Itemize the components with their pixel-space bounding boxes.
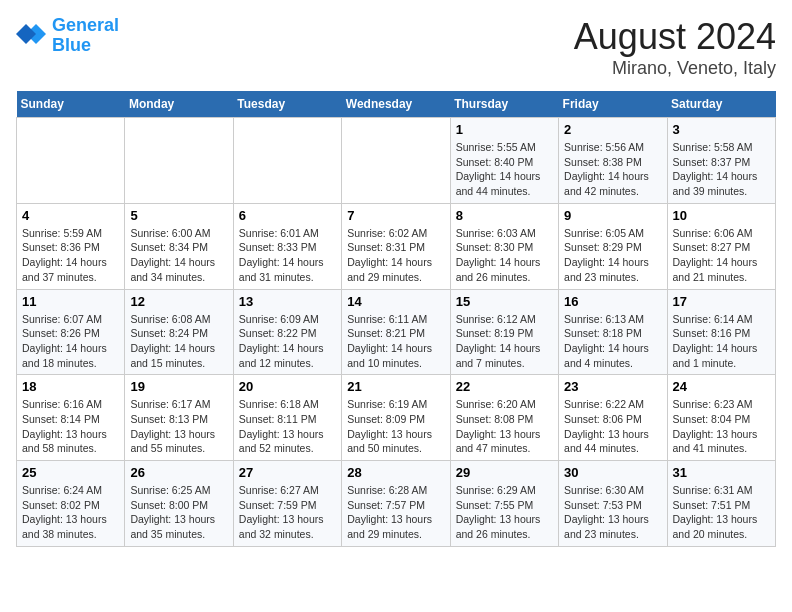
day-info: Sunrise: 5:56 AM Sunset: 8:38 PM Dayligh… <box>564 140 661 199</box>
calendar-cell <box>125 118 233 204</box>
calendar-cell: 27Sunrise: 6:27 AM Sunset: 7:59 PM Dayli… <box>233 461 341 547</box>
day-number: 5 <box>130 208 227 223</box>
weekday-header-saturday: Saturday <box>667 91 775 118</box>
calendar-cell <box>342 118 450 204</box>
day-number: 1 <box>456 122 553 137</box>
day-info: Sunrise: 6:14 AM Sunset: 8:16 PM Dayligh… <box>673 312 770 371</box>
week-row-1: 1Sunrise: 5:55 AM Sunset: 8:40 PM Daylig… <box>17 118 776 204</box>
day-info: Sunrise: 6:29 AM Sunset: 7:55 PM Dayligh… <box>456 483 553 542</box>
week-row-5: 25Sunrise: 6:24 AM Sunset: 8:02 PM Dayli… <box>17 461 776 547</box>
day-info: Sunrise: 6:11 AM Sunset: 8:21 PM Dayligh… <box>347 312 444 371</box>
calendar-cell: 23Sunrise: 6:22 AM Sunset: 8:06 PM Dayli… <box>559 375 667 461</box>
day-info: Sunrise: 6:13 AM Sunset: 8:18 PM Dayligh… <box>564 312 661 371</box>
day-info: Sunrise: 6:17 AM Sunset: 8:13 PM Dayligh… <box>130 397 227 456</box>
day-number: 19 <box>130 379 227 394</box>
day-info: Sunrise: 6:24 AM Sunset: 8:02 PM Dayligh… <box>22 483 119 542</box>
day-number: 20 <box>239 379 336 394</box>
day-number: 15 <box>456 294 553 309</box>
title-block: August 2024 Mirano, Veneto, Italy <box>574 16 776 79</box>
day-info: Sunrise: 6:30 AM Sunset: 7:53 PM Dayligh… <box>564 483 661 542</box>
day-info: Sunrise: 6:19 AM Sunset: 8:09 PM Dayligh… <box>347 397 444 456</box>
weekday-header-thursday: Thursday <box>450 91 558 118</box>
day-number: 31 <box>673 465 770 480</box>
calendar-cell: 11Sunrise: 6:07 AM Sunset: 8:26 PM Dayli… <box>17 289 125 375</box>
logo-text: General Blue <box>52 16 119 56</box>
day-info: Sunrise: 6:18 AM Sunset: 8:11 PM Dayligh… <box>239 397 336 456</box>
calendar-cell: 5Sunrise: 6:00 AM Sunset: 8:34 PM Daylig… <box>125 203 233 289</box>
day-number: 26 <box>130 465 227 480</box>
logo: General Blue <box>16 16 119 56</box>
day-number: 12 <box>130 294 227 309</box>
week-row-4: 18Sunrise: 6:16 AM Sunset: 8:14 PM Dayli… <box>17 375 776 461</box>
day-number: 8 <box>456 208 553 223</box>
day-number: 21 <box>347 379 444 394</box>
day-number: 24 <box>673 379 770 394</box>
calendar-cell: 1Sunrise: 5:55 AM Sunset: 8:40 PM Daylig… <box>450 118 558 204</box>
day-info: Sunrise: 6:00 AM Sunset: 8:34 PM Dayligh… <box>130 226 227 285</box>
calendar-body: 1Sunrise: 5:55 AM Sunset: 8:40 PM Daylig… <box>17 118 776 547</box>
day-info: Sunrise: 6:09 AM Sunset: 8:22 PM Dayligh… <box>239 312 336 371</box>
day-number: 4 <box>22 208 119 223</box>
weekday-header-friday: Friday <box>559 91 667 118</box>
weekday-header-tuesday: Tuesday <box>233 91 341 118</box>
calendar-cell: 8Sunrise: 6:03 AM Sunset: 8:30 PM Daylig… <box>450 203 558 289</box>
day-info: Sunrise: 6:28 AM Sunset: 7:57 PM Dayligh… <box>347 483 444 542</box>
calendar-cell: 13Sunrise: 6:09 AM Sunset: 8:22 PM Dayli… <box>233 289 341 375</box>
day-info: Sunrise: 6:03 AM Sunset: 8:30 PM Dayligh… <box>456 226 553 285</box>
day-info: Sunrise: 5:59 AM Sunset: 8:36 PM Dayligh… <box>22 226 119 285</box>
calendar-cell <box>233 118 341 204</box>
calendar-cell: 25Sunrise: 6:24 AM Sunset: 8:02 PM Dayli… <box>17 461 125 547</box>
day-info: Sunrise: 5:55 AM Sunset: 8:40 PM Dayligh… <box>456 140 553 199</box>
day-number: 2 <box>564 122 661 137</box>
day-number: 29 <box>456 465 553 480</box>
day-number: 18 <box>22 379 119 394</box>
calendar-cell: 28Sunrise: 6:28 AM Sunset: 7:57 PM Dayli… <box>342 461 450 547</box>
logo-line1: General <box>52 15 119 35</box>
day-info: Sunrise: 6:31 AM Sunset: 7:51 PM Dayligh… <box>673 483 770 542</box>
day-number: 28 <box>347 465 444 480</box>
calendar-cell: 6Sunrise: 6:01 AM Sunset: 8:33 PM Daylig… <box>233 203 341 289</box>
day-number: 11 <box>22 294 119 309</box>
day-number: 22 <box>456 379 553 394</box>
calendar-cell: 26Sunrise: 6:25 AM Sunset: 8:00 PM Dayli… <box>125 461 233 547</box>
day-number: 9 <box>564 208 661 223</box>
day-info: Sunrise: 6:25 AM Sunset: 8:00 PM Dayligh… <box>130 483 227 542</box>
page-title: August 2024 <box>574 16 776 58</box>
day-number: 23 <box>564 379 661 394</box>
calendar-table: SundayMondayTuesdayWednesdayThursdayFrid… <box>16 91 776 547</box>
day-info: Sunrise: 6:16 AM Sunset: 8:14 PM Dayligh… <box>22 397 119 456</box>
page-header: General Blue August 2024 Mirano, Veneto,… <box>16 16 776 79</box>
calendar-cell: 2Sunrise: 5:56 AM Sunset: 8:38 PM Daylig… <box>559 118 667 204</box>
calendar-cell <box>17 118 125 204</box>
week-row-3: 11Sunrise: 6:07 AM Sunset: 8:26 PM Dayli… <box>17 289 776 375</box>
weekday-header-wednesday: Wednesday <box>342 91 450 118</box>
calendar-cell: 17Sunrise: 6:14 AM Sunset: 8:16 PM Dayli… <box>667 289 775 375</box>
day-number: 13 <box>239 294 336 309</box>
weekday-header-sunday: Sunday <box>17 91 125 118</box>
day-number: 25 <box>22 465 119 480</box>
day-info: Sunrise: 6:02 AM Sunset: 8:31 PM Dayligh… <box>347 226 444 285</box>
day-info: Sunrise: 6:07 AM Sunset: 8:26 PM Dayligh… <box>22 312 119 371</box>
calendar-cell: 10Sunrise: 6:06 AM Sunset: 8:27 PM Dayli… <box>667 203 775 289</box>
day-number: 10 <box>673 208 770 223</box>
day-info: Sunrise: 6:08 AM Sunset: 8:24 PM Dayligh… <box>130 312 227 371</box>
calendar-cell: 18Sunrise: 6:16 AM Sunset: 8:14 PM Dayli… <box>17 375 125 461</box>
day-number: 16 <box>564 294 661 309</box>
calendar-cell: 4Sunrise: 5:59 AM Sunset: 8:36 PM Daylig… <box>17 203 125 289</box>
day-info: Sunrise: 6:05 AM Sunset: 8:29 PM Dayligh… <box>564 226 661 285</box>
week-row-2: 4Sunrise: 5:59 AM Sunset: 8:36 PM Daylig… <box>17 203 776 289</box>
calendar-cell: 29Sunrise: 6:29 AM Sunset: 7:55 PM Dayli… <box>450 461 558 547</box>
calendar-cell: 16Sunrise: 6:13 AM Sunset: 8:18 PM Dayli… <box>559 289 667 375</box>
day-number: 3 <box>673 122 770 137</box>
day-number: 27 <box>239 465 336 480</box>
calendar-cell: 7Sunrise: 6:02 AM Sunset: 8:31 PM Daylig… <box>342 203 450 289</box>
weekday-header-row: SundayMondayTuesdayWednesdayThursdayFrid… <box>17 91 776 118</box>
day-info: Sunrise: 6:01 AM Sunset: 8:33 PM Dayligh… <box>239 226 336 285</box>
day-number: 14 <box>347 294 444 309</box>
day-info: Sunrise: 6:20 AM Sunset: 8:08 PM Dayligh… <box>456 397 553 456</box>
calendar-cell: 9Sunrise: 6:05 AM Sunset: 8:29 PM Daylig… <box>559 203 667 289</box>
calendar-cell: 30Sunrise: 6:30 AM Sunset: 7:53 PM Dayli… <box>559 461 667 547</box>
day-info: Sunrise: 6:12 AM Sunset: 8:19 PM Dayligh… <box>456 312 553 371</box>
calendar-cell: 14Sunrise: 6:11 AM Sunset: 8:21 PM Dayli… <box>342 289 450 375</box>
day-number: 7 <box>347 208 444 223</box>
